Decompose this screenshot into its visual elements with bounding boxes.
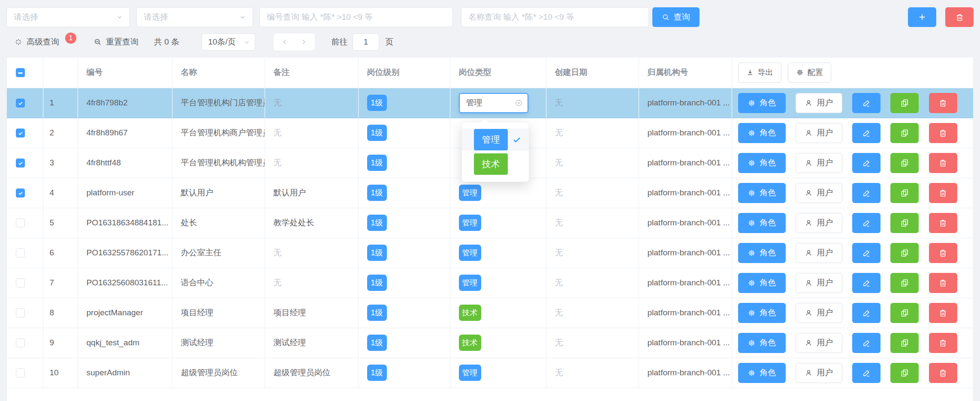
- copy-button[interactable]: [890, 243, 919, 263]
- role-button[interactable]: 角色: [738, 333, 786, 353]
- copy-button[interactable]: [890, 363, 919, 383]
- user-button[interactable]: 用户: [796, 243, 842, 263]
- level-cell: 1级: [358, 238, 450, 268]
- copy-button[interactable]: [890, 303, 919, 323]
- edit-button[interactable]: [852, 333, 880, 353]
- user-button[interactable]: 用户: [796, 123, 842, 143]
- row-checkbox[interactable]: [16, 308, 25, 317]
- person-icon: [805, 99, 813, 107]
- row-checkbox[interactable]: [16, 278, 25, 287]
- code-cell: PO16325608031611...: [78, 268, 172, 298]
- delete-row-button[interactable]: [929, 363, 957, 383]
- remark-cell: 无: [265, 268, 358, 298]
- edit-button[interactable]: [852, 123, 880, 143]
- edit-button[interactable]: [852, 93, 880, 113]
- delete-row-button[interactable]: [929, 303, 957, 323]
- filter-select-2[interactable]: 请选择: [136, 7, 253, 27]
- role-button[interactable]: 角色: [738, 183, 786, 203]
- edit-button[interactable]: [852, 183, 880, 203]
- row-checkbox[interactable]: [16, 159, 25, 168]
- user-button[interactable]: 用户: [796, 363, 842, 383]
- role-button[interactable]: 角色: [738, 153, 786, 173]
- delete-row-button[interactable]: [929, 153, 957, 173]
- edit-button[interactable]: [852, 363, 880, 383]
- edit-button[interactable]: [852, 303, 880, 323]
- copy-button[interactable]: [890, 183, 919, 203]
- copy-button[interactable]: [890, 213, 919, 233]
- advanced-search-button[interactable]: 高级查询 1: [14, 36, 76, 48]
- type-tag: 管理: [459, 275, 481, 291]
- row-checkbox[interactable]: [16, 218, 25, 227]
- select-all-checkbox[interactable]: [16, 68, 25, 77]
- clear-icon[interactable]: [515, 99, 523, 107]
- trash-icon: [938, 159, 947, 168]
- edit-button[interactable]: [852, 273, 880, 293]
- delete-row-button[interactable]: [929, 273, 957, 293]
- search-button[interactable]: 查询: [652, 7, 700, 27]
- name-search-input[interactable]: [461, 7, 649, 27]
- role-button[interactable]: 角色: [738, 363, 786, 383]
- role-button[interactable]: 角色: [738, 273, 786, 293]
- plus-icon: [917, 12, 927, 22]
- code-cell: platform-user: [78, 178, 172, 208]
- prev-page-button[interactable]: [275, 33, 294, 51]
- person-icon: [805, 369, 813, 377]
- delete-row-button[interactable]: [929, 123, 957, 143]
- user-button[interactable]: 用户: [796, 213, 842, 233]
- copy-button[interactable]: [890, 93, 919, 113]
- dropdown-option-tech[interactable]: 技术: [462, 153, 529, 175]
- export-button[interactable]: 导出: [738, 63, 781, 83]
- copy-button[interactable]: [890, 123, 919, 143]
- trash-icon: [938, 278, 947, 287]
- edit-button[interactable]: [852, 213, 880, 233]
- row-checkbox[interactable]: [16, 129, 25, 138]
- user-button[interactable]: 用户: [796, 93, 842, 113]
- add-button[interactable]: [908, 7, 936, 27]
- delete-row-button[interactable]: [929, 243, 957, 263]
- row-checkbox[interactable]: [16, 99, 25, 108]
- type-tag: 管理: [459, 185, 481, 201]
- role-button[interactable]: 角色: [738, 213, 786, 233]
- edit-button[interactable]: [852, 243, 880, 263]
- delete-row-button[interactable]: [929, 183, 957, 203]
- delete-row-button[interactable]: [929, 93, 957, 113]
- reset-search-button[interactable]: 重置查询: [93, 36, 139, 48]
- user-button[interactable]: 用户: [796, 303, 842, 323]
- role-button[interactable]: 角色: [738, 93, 786, 113]
- person-icon: [805, 309, 813, 317]
- user-button[interactable]: 用户: [796, 183, 842, 203]
- delete-row-button[interactable]: [929, 213, 957, 233]
- code-search-input[interactable]: [259, 7, 453, 27]
- row-checkbox[interactable]: [16, 189, 25, 198]
- role-button[interactable]: 角色: [738, 123, 786, 143]
- type-select[interactable]: 管理: [459, 93, 528, 113]
- level-tag: 1级: [367, 245, 387, 261]
- config-button[interactable]: 配置: [788, 63, 831, 83]
- user-button[interactable]: 用户: [796, 153, 842, 173]
- copy-button[interactable]: [890, 153, 919, 173]
- row-index-cell: 2: [43, 118, 78, 148]
- filter-select-1[interactable]: 请选择: [6, 7, 130, 27]
- dropdown-option-manage[interactable]: 管理: [462, 129, 529, 151]
- row-checkbox[interactable]: [16, 338, 25, 347]
- level-tag: 1级: [367, 275, 387, 291]
- role-button[interactable]: 角色: [738, 303, 786, 323]
- type-cell: 管理: [450, 358, 546, 388]
- goto-page-input[interactable]: [353, 33, 379, 51]
- edit-button[interactable]: [852, 153, 880, 173]
- remark-cell: 无: [265, 148, 358, 178]
- role-button[interactable]: 角色: [738, 243, 786, 263]
- row-checkbox[interactable]: [16, 248, 25, 257]
- person-icon: [805, 339, 813, 347]
- reset-search-label: 重置查询: [106, 36, 139, 48]
- gear-icon: [748, 189, 756, 197]
- copy-button[interactable]: [890, 333, 919, 353]
- user-button[interactable]: 用户: [796, 273, 842, 293]
- row-checkbox[interactable]: [16, 368, 25, 377]
- delete-selected-button[interactable]: [945, 7, 974, 27]
- page-size-select[interactable]: 10条/页: [202, 33, 255, 51]
- copy-button[interactable]: [890, 273, 919, 293]
- delete-row-button[interactable]: [929, 333, 957, 353]
- user-button[interactable]: 用户: [796, 333, 842, 353]
- next-page-button[interactable]: [294, 33, 313, 51]
